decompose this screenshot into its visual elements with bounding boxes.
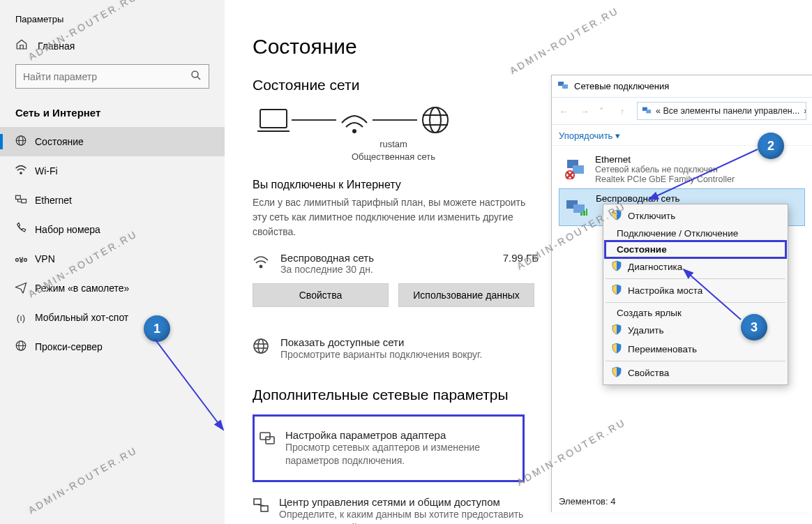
home-link[interactable]: Главная [0, 34, 225, 61]
annotation-balloon-3: 3 [741, 314, 767, 340]
usage-value: 7.99 ГБ [503, 252, 539, 264]
nc-statusbar: Элементов: 4 [559, 496, 615, 507]
svg-point-22 [258, 339, 264, 353]
svg-point-16 [423, 107, 448, 133]
vpn-icon: ०४० [14, 253, 28, 264]
annotation-balloon-2: 2 [758, 133, 784, 159]
eth-icon [14, 194, 28, 207]
pc-icon [255, 105, 292, 135]
back-arrow-icon[interactable]: ← [557, 106, 570, 117]
adapter-settings-highlight: Настройка параметров адаптера Просмотр с… [253, 414, 525, 482]
nav-item-status[interactable]: Состояние [0, 127, 225, 156]
svg-rect-43 [586, 209, 587, 216]
shield-icon [611, 324, 622, 337]
adapter-icon [259, 429, 276, 448]
shield-icon [611, 260, 622, 274]
wifi-small-icon [253, 252, 271, 272]
adapter-icon [562, 154, 589, 182]
nc-title-icon [557, 80, 569, 93]
svg-rect-40 [573, 204, 585, 213]
svg-point-15 [353, 130, 356, 133]
context-menu-item[interactable]: Настройка моста [606, 281, 785, 300]
globe-icon [417, 105, 453, 135]
svg-rect-42 [583, 211, 585, 216]
svg-point-0 [192, 71, 198, 77]
shield-icon [611, 284, 622, 297]
nav-item-dialup[interactable]: Набор номера [0, 215, 225, 244]
nav-label: Ethernet [35, 195, 72, 206]
wifi-icon [14, 164, 28, 179]
home-label: Главная [38, 40, 75, 52]
svg-point-20 [260, 265, 262, 267]
adapter-settings-item[interactable]: Настройка параметров адаптера Просмотр с… [259, 424, 518, 473]
recent-chevron-icon[interactable]: ˅ [595, 106, 608, 117]
wifi-icon [336, 105, 373, 135]
forward-arrow-icon[interactable]: → [578, 106, 591, 117]
nav-label: Мобильный хот-спот [35, 312, 128, 323]
svg-rect-7 [22, 200, 27, 203]
context-menu-item[interactable]: Свойства [606, 364, 785, 382]
shield-icon [611, 209, 622, 223]
show-networks-item[interactable]: Показать доступные сети Просмотрите вари… [253, 331, 539, 367]
address-bar[interactable]: « Все элементы панели управлен...›Сете [637, 102, 806, 120]
nav-label: Wi-Fi [35, 165, 58, 177]
svg-rect-6 [16, 195, 21, 199]
diagram-labels: rustam Общественная сеть [303, 138, 484, 163]
data-usage-button[interactable]: Использование данных [398, 283, 534, 307]
sharing-center-item[interactable]: Центр управления сетями и общим доступом… [253, 491, 539, 524]
section-header: Сеть и Интернет [0, 103, 225, 127]
svg-line-1 [197, 77, 200, 80]
svg-line-29 [257, 504, 264, 506]
nav-item-hotspot[interactable]: (ı)Мобильный хот-спот [0, 303, 225, 332]
hotspot-icon: (ı) [14, 312, 28, 323]
svg-rect-27 [254, 499, 261, 504]
search-input[interactable] [15, 64, 209, 89]
nav-label: VPN [35, 253, 55, 264]
up-arrow-icon[interactable]: ↑ [616, 106, 629, 117]
nav-item-vpn[interactable]: ०४०VPN [0, 244, 225, 274]
svg-rect-41 [580, 213, 582, 216]
search-icon [190, 69, 202, 84]
nav-item-airplane[interactable]: Режим «в самолете» [0, 274, 225, 303]
context-menu-item[interactable]: Диагностика [606, 257, 785, 276]
context-menu-item[interactable]: Подключение / Отключение [606, 225, 785, 241]
context-menu-item[interactable]: Переименовать [606, 340, 785, 359]
svg-rect-33 [646, 110, 651, 113]
usage-period: За последние 30 дн. [280, 264, 493, 275]
nav-label: Режим «в самолете» [35, 283, 129, 294]
connected-body: Если у вас лимитный тарифный план, вы мо… [253, 195, 539, 239]
adapter-icon [562, 193, 590, 221]
svg-rect-13 [260, 110, 287, 128]
usage-name: Беспроводная сеть [280, 252, 493, 264]
proxy-icon [14, 340, 28, 354]
nc-window-title: Сетевые подключения [552, 75, 812, 98]
shield-icon [611, 343, 622, 356]
svg-rect-25 [260, 433, 270, 440]
context-menu-item[interactable]: Состояние [606, 241, 785, 257]
svg-rect-28 [261, 506, 268, 511]
svg-point-5 [20, 172, 22, 174]
context-menu: ОтключитьПодключение / ОтключениеСостоян… [603, 204, 788, 385]
globe-small-icon [253, 336, 271, 357]
nav-item-proxy[interactable]: Прокси-сервер [0, 332, 225, 361]
home-icon [15, 38, 28, 53]
address-icon [642, 105, 652, 117]
nav-label: Прокси-сервер [35, 341, 103, 352]
svg-point-21 [254, 339, 268, 353]
status-icon [14, 135, 28, 149]
dial-icon [14, 223, 28, 237]
app-title: Параметры [0, 14, 225, 34]
shield-icon [611, 366, 622, 380]
nav-label: Набор номера [35, 224, 100, 235]
svg-rect-31 [562, 84, 568, 89]
sharing-icon [253, 496, 269, 515]
context-menu-item[interactable]: Отключить [606, 207, 785, 225]
nc-navbar: ← → ˅ ↑ « Все элементы панели управлен..… [552, 98, 812, 125]
plane-icon [14, 281, 28, 296]
annotation-balloon-1: 1 [144, 315, 170, 342]
nav-item-wifi[interactable]: Wi-Fi [0, 156, 225, 186]
svg-point-17 [430, 107, 441, 133]
nav-item-ethernet[interactable]: Ethernet [0, 186, 225, 215]
properties-button[interactable]: Свойства [253, 283, 389, 307]
nav-label: Состояние [35, 136, 84, 147]
